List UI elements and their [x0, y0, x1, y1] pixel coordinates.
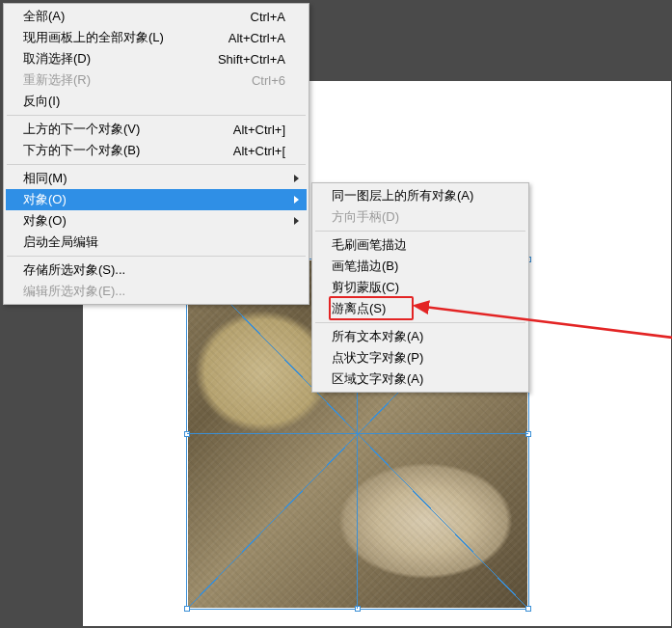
menu-item-label: 下方的下一个对象(B) [23, 142, 214, 159]
menu-inverse[interactable]: 反向(I) [6, 91, 307, 112]
menu-item-label: 启动全局编辑 [23, 233, 285, 251]
menu-item-label: 游离点(S) [332, 300, 505, 317]
menu-start-global-edit[interactable]: 启动全局编辑 [6, 232, 307, 253]
menu-select-all[interactable]: 全部(A) Ctrl+A [6, 6, 307, 27]
submenu-stray-points[interactable]: 游离点(S) [314, 298, 526, 319]
menu-select-all-on-artboard[interactable]: 现用画板上的全部对象(L) Alt+Ctrl+A [6, 27, 307, 48]
menu-next-below[interactable]: 下方的下一个对象(B) Alt+Ctrl+[ [6, 140, 307, 161]
menu-edit-selection: 编辑所选对象(E)... [6, 281, 307, 302]
submenu-direction-handles: 方向手柄(D) [314, 206, 526, 228]
menu-item-shortcut: Ctrl+A [251, 10, 285, 24]
select-menu: 全部(A) Ctrl+A 现用画板上的全部对象(L) Alt+Ctrl+A 取消… [3, 3, 309, 305]
menu-item-label: 重新选择(R) [23, 71, 232, 89]
menu-item-label: 方向手柄(D) [332, 208, 505, 226]
menu-same[interactable]: 相同(M) [6, 168, 307, 189]
menu-item-label: 剪切蒙版(C) [332, 279, 505, 296]
menu-save-selection[interactable]: 存储所选对象(S)... [6, 259, 307, 281]
menu-item-shortcut: Shift+Ctrl+A [218, 52, 285, 67]
menu-item-label: 现用画板上的全部对象(L) [23, 29, 209, 46]
menu-item-label: 对象(O) [23, 191, 285, 208]
submenu-brush-strokes[interactable]: 画笔描边(B) [314, 256, 526, 277]
menu-item-label: 全部(A) [23, 8, 231, 25]
menu-item-label: 编辑所选对象(E)... [23, 283, 285, 300]
menu-separator [7, 164, 306, 165]
submenu-clipping-masks[interactable]: 剪切蒙版(C) [314, 277, 526, 298]
submenu-all-on-same-layer[interactable]: 同一图层上的所有对象(A) [314, 185, 526, 206]
menu-item-label: 对象(O) [23, 212, 285, 230]
menu-item-shortcut: Alt+Ctrl+[ [233, 144, 285, 158]
menu-item-label: 相同(M) [23, 170, 285, 187]
menu-item-shortcut: Alt+Ctrl+] [233, 123, 285, 137]
menu-item-label: 所有文本对象(A) [332, 328, 505, 345]
menu-item-label: 毛刷画笔描边 [332, 236, 505, 254]
menu-object-alt[interactable]: 对象(O) [6, 210, 307, 232]
menu-item-label: 画笔描边(B) [332, 258, 505, 275]
menu-separator [315, 322, 525, 323]
menu-item-label: 取消选择(D) [23, 50, 199, 68]
menu-separator [315, 231, 525, 232]
menu-item-label: 上方的下一个对象(V) [23, 121, 214, 138]
submenu-area-text-objects[interactable]: 区域文字对象(A) [314, 369, 526, 390]
menu-separator [7, 256, 306, 257]
menu-item-shortcut: Ctrl+6 [252, 73, 285, 88]
menu-item-shortcut: Alt+Ctrl+A [228, 31, 285, 45]
menu-item-label: 反向(I) [23, 93, 285, 110]
menu-separator [7, 115, 306, 116]
submenu-all-text-objects[interactable]: 所有文本对象(A) [314, 326, 526, 347]
menu-reselect: 重新选择(R) Ctrl+6 [6, 69, 307, 91]
menu-object[interactable]: 对象(O) [6, 189, 307, 210]
menu-deselect[interactable]: 取消选择(D) Shift+Ctrl+A [6, 48, 307, 69]
submenu-bristle-brush-strokes[interactable]: 毛刷画笔描边 [314, 234, 526, 256]
menu-item-label: 同一图层上的所有对象(A) [332, 187, 505, 205]
menu-item-label: 存储所选对象(S)... [23, 261, 285, 279]
menu-next-above[interactable]: 上方的下一个对象(V) Alt+Ctrl+] [6, 119, 307, 140]
submenu-point-text-objects[interactable]: 点状文字对象(P) [314, 347, 526, 369]
menu-item-label: 点状文字对象(P) [332, 349, 505, 367]
object-submenu: 同一图层上的所有对象(A) 方向手柄(D) 毛刷画笔描边 画笔描边(B) 剪切蒙… [311, 182, 529, 393]
menu-item-label: 区域文字对象(A) [332, 370, 505, 388]
